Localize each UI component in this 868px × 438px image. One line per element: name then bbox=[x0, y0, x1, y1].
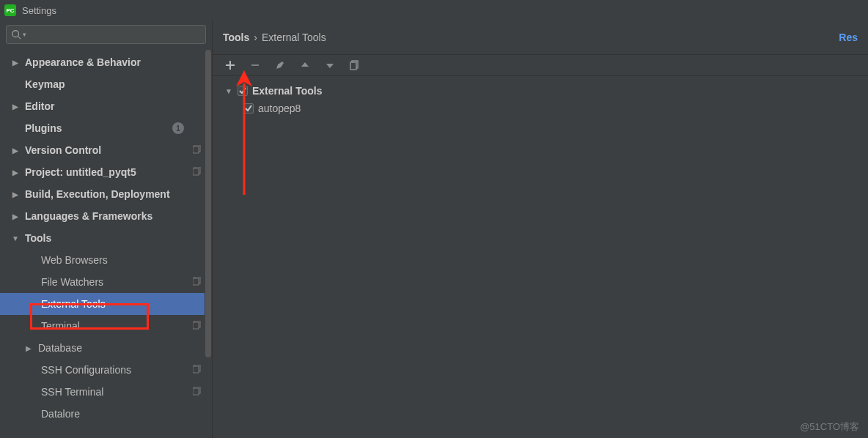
content-panel: Tools › External Tools Res ▼ External To… bbox=[213, 21, 868, 438]
sidebar-item-label: Terminal bbox=[41, 320, 80, 332]
add-button[interactable] bbox=[224, 59, 236, 71]
svg-rect-7 bbox=[193, 278, 199, 285]
project-scope-icon bbox=[193, 166, 202, 178]
tool-group-label: External Tools bbox=[252, 85, 322, 97]
titlebar: PC Settings bbox=[0, 0, 868, 21]
sidebar-item-project-untitled-pyqt5[interactable]: ▶Project: untitled_pyqt5 bbox=[0, 161, 212, 183]
svg-rect-5 bbox=[193, 168, 199, 175]
svg-rect-9 bbox=[193, 322, 199, 329]
tool-item-label: autopep8 bbox=[258, 103, 301, 114]
sidebar-item-tools[interactable]: ▼Tools bbox=[0, 227, 212, 249]
sidebar-item-label: Datalore bbox=[41, 408, 80, 420]
sidebar-item-label: SSH Terminal bbox=[41, 386, 103, 398]
window-title: Settings bbox=[22, 5, 56, 16]
sidebar-item-editor[interactable]: ▶Editor bbox=[0, 95, 212, 117]
sidebar-item-build-execution-deployment[interactable]: ▶Build, Execution, Deployment bbox=[0, 183, 212, 205]
breadcrumb-root[interactable]: Tools bbox=[223, 31, 249, 43]
project-scope-icon bbox=[193, 364, 202, 376]
settings-tree: ▶Appearance & BehaviorKeymap▶EditorPlugi… bbox=[0, 48, 212, 438]
chevron-down-icon[interactable]: ▼ bbox=[224, 87, 233, 95]
svg-rect-13 bbox=[193, 388, 199, 395]
watermark: @51CTO博客 bbox=[800, 420, 859, 434]
sidebar-item-keymap[interactable]: Keymap bbox=[0, 73, 212, 95]
svg-line-1 bbox=[18, 37, 21, 40]
sidebar-item-file-watchers[interactable]: File Watchers bbox=[0, 271, 212, 293]
chevron-right-icon[interactable]: ▶ bbox=[10, 168, 21, 177]
svg-point-0 bbox=[12, 31, 19, 37]
sidebar-item-datalore[interactable]: Datalore bbox=[0, 403, 212, 425]
reset-link[interactable]: Res bbox=[839, 31, 858, 43]
chevron-right-icon[interactable]: ▶ bbox=[10, 212, 21, 220]
sidebar-item-external-tools[interactable]: External Tools bbox=[0, 293, 212, 315]
search-history-caret-icon[interactable]: ▾ bbox=[23, 31, 26, 38]
sidebar-item-database[interactable]: ▶Database bbox=[0, 337, 212, 359]
update-count-badge: 1 bbox=[172, 122, 184, 134]
sidebar-item-label: Web Browsers bbox=[41, 254, 108, 266]
sidebar-item-label: Tools bbox=[25, 232, 51, 244]
move-up-button[interactable] bbox=[299, 59, 311, 71]
project-scope-icon bbox=[193, 386, 202, 398]
sidebar-item-ssh-configurations[interactable]: SSH Configurations bbox=[0, 359, 212, 381]
group-checkbox[interactable] bbox=[238, 86, 248, 96]
sidebar-item-label: Languages & Frameworks bbox=[25, 210, 152, 222]
remove-button[interactable] bbox=[249, 59, 261, 71]
tool-item-row[interactable]: autopep8 bbox=[224, 100, 856, 117]
chevron-right-icon[interactable]: ▶ bbox=[10, 59, 21, 67]
sidebar-item-label: Build, Execution, Deployment bbox=[25, 188, 170, 200]
tool-group-row[interactable]: ▼ External Tools bbox=[224, 82, 856, 100]
svg-rect-11 bbox=[193, 366, 199, 373]
sidebar-item-languages-frameworks[interactable]: ▶Languages & Frameworks bbox=[0, 205, 212, 227]
project-scope-icon bbox=[193, 276, 202, 288]
project-scope-icon bbox=[193, 144, 202, 156]
project-scope-icon bbox=[193, 320, 202, 332]
chevron-right-icon[interactable]: ▶ bbox=[10, 103, 21, 111]
edit-button[interactable] bbox=[274, 59, 286, 71]
sidebar: ▾ ▶Appearance & BehaviorKeymap▶EditorPlu… bbox=[0, 21, 213, 438]
tool-checkbox[interactable] bbox=[243, 103, 254, 114]
sidebar-item-label: Appearance & Behavior bbox=[25, 56, 141, 68]
sidebar-item-label: Keymap bbox=[25, 78, 65, 90]
sidebar-item-label: File Watchers bbox=[41, 276, 103, 288]
breadcrumb-leaf: External Tools bbox=[262, 31, 326, 43]
svg-rect-15 bbox=[350, 62, 356, 70]
sidebar-scrollbar[interactable] bbox=[205, 50, 212, 438]
search-input[interactable]: ▾ bbox=[6, 25, 206, 44]
app-icon: PC bbox=[4, 4, 16, 16]
copy-button[interactable] bbox=[349, 59, 361, 71]
sidebar-item-label: Version Control bbox=[25, 144, 101, 156]
chevron-down-icon[interactable]: ▼ bbox=[10, 234, 21, 242]
breadcrumb-separator-icon: › bbox=[254, 31, 257, 43]
svg-rect-3 bbox=[193, 146, 199, 153]
sidebar-item-label: Project: untitled_pyqt5 bbox=[25, 166, 136, 178]
sidebar-item-label: Plugins bbox=[25, 122, 62, 134]
sidebar-item-version-control[interactable]: ▶Version Control bbox=[0, 139, 212, 161]
sidebar-item-label: Editor bbox=[25, 100, 54, 112]
external-tools-tree: ▼ External Tools autopep8 bbox=[213, 76, 868, 123]
sidebar-item-appearance-behavior[interactable]: ▶Appearance & Behavior bbox=[0, 51, 212, 73]
chevron-right-icon[interactable]: ▶ bbox=[10, 190, 21, 198]
move-down-button[interactable] bbox=[324, 59, 336, 71]
breadcrumb: Tools › External Tools Res bbox=[213, 21, 868, 54]
chevron-right-icon[interactable]: ▶ bbox=[10, 146, 21, 155]
sidebar-item-ssh-terminal[interactable]: SSH Terminal bbox=[0, 381, 212, 403]
sidebar-item-terminal[interactable]: Terminal bbox=[0, 315, 212, 337]
sidebar-item-label: External Tools bbox=[41, 298, 106, 310]
sidebar-item-web-browsers[interactable]: Web Browsers bbox=[0, 249, 212, 271]
search-icon bbox=[11, 29, 21, 40]
chevron-right-icon[interactable]: ▶ bbox=[23, 344, 34, 352]
sidebar-item-label: Database bbox=[38, 342, 82, 354]
toolbar bbox=[213, 54, 868, 76]
sidebar-item-label: SSH Configurations bbox=[41, 364, 131, 376]
sidebar-item-plugins[interactable]: Plugins1 bbox=[0, 117, 212, 139]
